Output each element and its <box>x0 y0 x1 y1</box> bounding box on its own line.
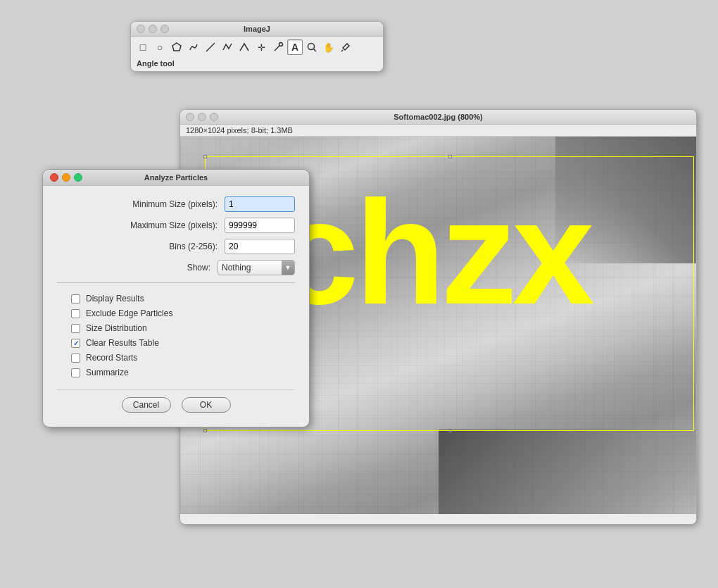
minimize-button[interactable] <box>149 25 157 33</box>
image-close-button[interactable] <box>186 113 194 121</box>
polyline-tool-icon[interactable] <box>220 39 235 55</box>
exclude-edge-row: Exclude Edge Particles <box>57 308 295 318</box>
display-results-checkbox[interactable] <box>71 294 80 304</box>
exclude-edge-checkbox[interactable] <box>71 309 80 318</box>
analyze-titlebar: Analyze Particles <box>43 170 309 186</box>
bins-label: Bins (2-256): <box>57 242 225 251</box>
image-title: Softomac002.jpg (800%) <box>393 113 483 121</box>
imagej-titlebar-buttons <box>137 25 169 33</box>
handle-bl <box>203 429 207 432</box>
record-starts-row: Record Starts <box>57 353 295 363</box>
min-size-row: Minimum Size (pixels): <box>57 196 295 212</box>
checkbox-section: Display Results Exclude Edge Particles S… <box>57 290 295 386</box>
show-select-value: Nothing <box>222 263 251 273</box>
max-size-label: Maximum Size (pixels): <box>57 220 225 230</box>
record-starts-checkbox[interactable] <box>71 354 80 363</box>
analyze-dialog-body: Minimum Size (pixels): Maximum Size (pix… <box>43 186 309 427</box>
text-tool-icon[interactable]: A <box>287 39 303 55</box>
svg-line-1 <box>206 43 215 51</box>
max-size-input[interactable] <box>225 218 295 233</box>
line-tool-icon[interactable] <box>203 39 218 55</box>
size-distribution-checkbox[interactable] <box>71 324 80 333</box>
handle-bm <box>448 429 452 432</box>
close-button[interactable] <box>137 25 145 33</box>
imagej-title: ImageJ <box>244 25 270 33</box>
crosshair-tool-icon[interactable]: ✛ <box>253 39 269 55</box>
display-results-row: Display Results <box>57 294 295 304</box>
imagej-toolbar-window: ImageJ □ ○ ✛ <box>130 21 384 72</box>
clear-results-row: Clear Results Table <box>57 338 295 348</box>
hand-tool-icon[interactable]: ✋ <box>321 39 336 55</box>
max-size-row: Maximum Size (pixels): <box>57 218 295 233</box>
imagej-titlebar: ImageJ <box>131 22 383 37</box>
analyze-titlebar-buttons <box>50 173 82 182</box>
image-info: 1280×1024 pixels; 8-bit; 1.3MB <box>180 125 696 137</box>
bins-row: Bins (2-256): <box>57 239 295 254</box>
clear-results-label: Clear Results Table <box>86 338 159 348</box>
show-dropdown-arrow: ▼ <box>282 261 294 275</box>
tool-palette: □ ○ ✛ <box>131 37 383 58</box>
clear-results-checkbox[interactable] <box>71 339 80 348</box>
handle-tl <box>203 155 207 158</box>
eyedropper-tool-icon[interactable] <box>338 39 353 55</box>
size-distribution-row: Size Distribution <box>57 323 295 333</box>
svg-line-6 <box>341 50 343 51</box>
show-row: Show: Nothing ▼ <box>57 260 295 275</box>
bins-input[interactable] <box>225 239 295 254</box>
toolbar-status: Angle tool <box>131 58 383 71</box>
image-minimize-button[interactable] <box>198 113 206 121</box>
display-results-label: Display Results <box>86 294 144 304</box>
handle-tm <box>448 155 452 158</box>
svg-marker-0 <box>172 43 181 51</box>
rectangle-tool-icon[interactable]: □ <box>135 39 151 55</box>
image-titlebar: Softomac002.jpg (800%) <box>180 110 696 125</box>
freehand-tool-icon[interactable] <box>186 39 201 55</box>
summarize-label: Summarize <box>86 368 129 377</box>
min-size-label: Minimum Size (pixels): <box>57 199 225 209</box>
divider-1 <box>57 282 295 283</box>
image-titlebar-buttons <box>186 113 218 121</box>
zoom-tool-icon[interactable] <box>304 39 320 55</box>
polygon-tool-icon[interactable] <box>169 39 184 55</box>
analyze-minimize-button[interactable] <box>62 173 70 182</box>
svg-point-4 <box>308 44 315 50</box>
cancel-button[interactable]: Cancel <box>122 397 171 413</box>
show-label: Show: <box>57 263 218 273</box>
summarize-row: Summarize <box>57 368 295 377</box>
ok-button[interactable]: OK <box>182 397 231 413</box>
analyze-close-button[interactable] <box>50 173 58 182</box>
oval-tool-icon[interactable]: ○ <box>152 39 168 55</box>
angle-tool-icon[interactable] <box>237 39 252 55</box>
wand-tool-icon[interactable] <box>270 39 286 55</box>
svg-line-5 <box>314 49 317 52</box>
size-distribution-label: Size Distribution <box>86 323 147 333</box>
svg-point-3 <box>279 43 283 46</box>
svg-line-2 <box>275 46 279 51</box>
maximize-button[interactable] <box>160 25 169 33</box>
analyze-maximize-button[interactable] <box>74 173 82 182</box>
summarize-checkbox[interactable] <box>71 368 80 377</box>
min-size-input[interactable] <box>225 196 295 212</box>
analyze-particles-dialog: Analyze Particles Minimum Size (pixels):… <box>42 169 310 427</box>
analyze-dialog-title: Analyze Particles <box>144 173 208 182</box>
exclude-edge-label: Exclude Edge Particles <box>86 308 172 318</box>
record-starts-label: Record Starts <box>86 353 137 363</box>
dialog-buttons: Cancel OK <box>57 389 295 416</box>
show-dropdown[interactable]: Nothing ▼ <box>218 260 295 275</box>
image-maximize-button[interactable] <box>210 113 218 121</box>
